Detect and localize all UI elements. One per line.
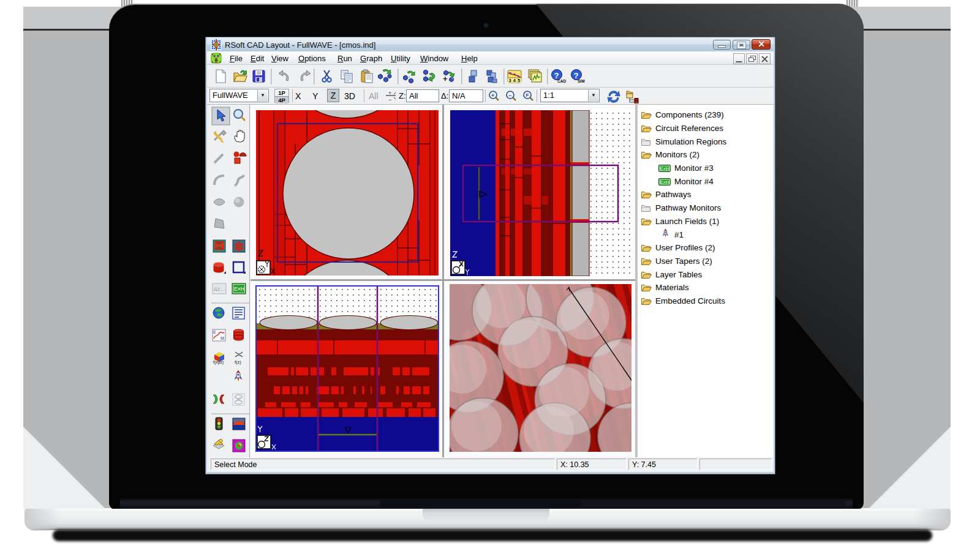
svg-text:+: + — [388, 90, 391, 96]
svg-text:−: − — [388, 97, 391, 102]
svg-text:F: F — [526, 92, 529, 98]
svg-text:−: − — [508, 92, 511, 99]
svg-text:+: + — [491, 92, 494, 99]
